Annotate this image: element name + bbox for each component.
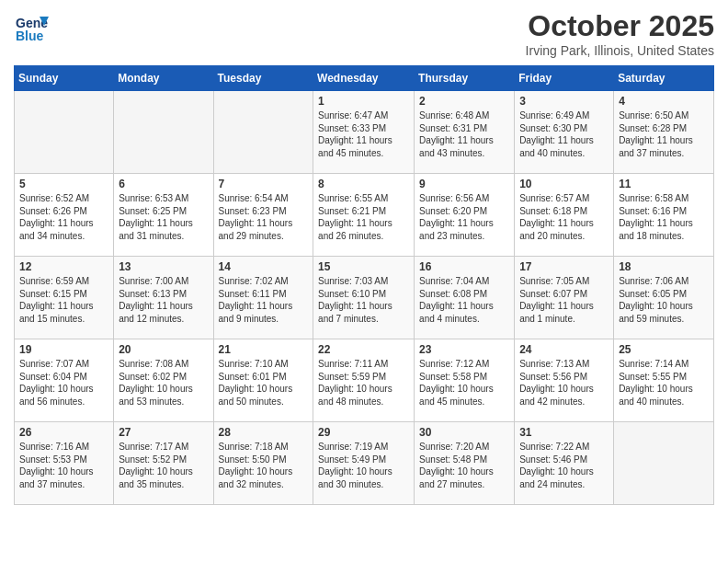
calendar-cell: 30Sunrise: 7:20 AM Sunset: 5:48 PM Dayli…: [415, 422, 515, 505]
day-number: 15: [318, 260, 409, 273]
day-info: Sunrise: 7:03 AM Sunset: 6:10 PM Dayligh…: [318, 275, 409, 325]
weekday-header-row: SundayMondayTuesdayWednesdayThursdayFrid…: [15, 66, 714, 91]
day-info: Sunrise: 7:22 AM Sunset: 5:46 PM Dayligh…: [519, 441, 609, 490]
day-info: Sunrise: 7:20 AM Sunset: 5:48 PM Dayligh…: [419, 441, 509, 490]
calendar-cell: 11Sunrise: 6:58 AM Sunset: 6:16 PM Dayli…: [614, 174, 714, 257]
svg-text:Blue: Blue: [16, 29, 44, 43]
day-number: 11: [619, 178, 709, 190]
day-number: 27: [119, 426, 208, 439]
calendar-cell: 3Sunrise: 6:49 AM Sunset: 6:30 PM Daylig…: [515, 91, 614, 174]
calendar-cell: 12Sunrise: 6:59 AM Sunset: 6:15 PM Dayli…: [15, 257, 114, 339]
calendar-cell: 8Sunrise: 6:55 AM Sunset: 6:21 PM Daylig…: [313, 174, 415, 257]
calendar-table: SundayMondayTuesdayWednesdayThursdayFrid…: [14, 65, 714, 505]
weekday-header-monday: Monday: [114, 66, 213, 91]
calendar-cell: 15Sunrise: 7:03 AM Sunset: 6:10 PM Dayli…: [313, 257, 415, 339]
day-number: 8: [318, 178, 409, 190]
week-row-5: 26Sunrise: 7:16 AM Sunset: 5:53 PM Dayli…: [15, 422, 714, 505]
weekday-header-saturday: Saturday: [614, 66, 714, 91]
day-info: Sunrise: 7:05 AM Sunset: 6:07 PM Dayligh…: [519, 275, 609, 325]
calendar-cell: 2Sunrise: 6:48 AM Sunset: 6:31 PM Daylig…: [415, 91, 515, 174]
day-number: 1: [318, 95, 409, 108]
day-info: Sunrise: 6:58 AM Sunset: 6:16 PM Dayligh…: [619, 192, 709, 242]
calendar-cell: 29Sunrise: 7:19 AM Sunset: 5:49 PM Dayli…: [313, 422, 415, 505]
day-info: Sunrise: 7:07 AM Sunset: 6:04 PM Dayligh…: [19, 358, 108, 408]
day-number: 7: [219, 178, 309, 190]
calendar-cell: 25Sunrise: 7:14 AM Sunset: 5:55 PM Dayli…: [614, 339, 714, 422]
day-number: 9: [419, 178, 509, 190]
week-row-2: 5Sunrise: 6:52 AM Sunset: 6:26 PM Daylig…: [15, 174, 714, 257]
day-info: Sunrise: 7:11 AM Sunset: 5:59 PM Dayligh…: [318, 358, 409, 408]
day-number: 10: [519, 178, 609, 190]
day-info: Sunrise: 6:53 AM Sunset: 6:25 PM Dayligh…: [119, 192, 208, 242]
day-number: 16: [419, 260, 509, 273]
title-area: October 2025 Irving Park, Illinois, Unit…: [526, 9, 714, 58]
page-header: General Blue October 2025 Irving Park, I…: [14, 9, 714, 58]
day-info: Sunrise: 7:10 AM Sunset: 6:01 PM Dayligh…: [219, 358, 309, 408]
day-info: Sunrise: 6:49 AM Sunset: 6:30 PM Dayligh…: [519, 109, 609, 159]
day-info: Sunrise: 6:48 AM Sunset: 6:31 PM Dayligh…: [419, 109, 509, 159]
day-number: 23: [419, 343, 509, 356]
weekday-header-friday: Friday: [515, 66, 614, 91]
day-number: 25: [619, 343, 709, 356]
day-number: 14: [219, 260, 309, 273]
calendar-cell: 27Sunrise: 7:17 AM Sunset: 5:52 PM Dayli…: [114, 422, 213, 505]
location-title: Irving Park, Illinois, United States: [526, 43, 714, 58]
day-number: 5: [19, 178, 108, 190]
month-title: October 2025: [526, 9, 714, 43]
calendar-cell: [114, 91, 213, 174]
day-number: 6: [119, 178, 208, 190]
day-number: 18: [619, 260, 709, 273]
day-info: Sunrise: 6:50 AM Sunset: 6:28 PM Dayligh…: [619, 109, 709, 159]
day-number: 26: [19, 426, 108, 439]
weekday-header-thursday: Thursday: [415, 66, 515, 91]
day-number: 31: [519, 426, 609, 439]
calendar-cell: 28Sunrise: 7:18 AM Sunset: 5:50 PM Dayli…: [213, 422, 313, 505]
day-info: Sunrise: 7:02 AM Sunset: 6:11 PM Dayligh…: [219, 275, 309, 325]
day-number: 3: [519, 95, 609, 108]
calendar-cell: 17Sunrise: 7:05 AM Sunset: 6:07 PM Dayli…: [515, 257, 614, 339]
calendar-cell: 19Sunrise: 7:07 AM Sunset: 6:04 PM Dayli…: [15, 339, 114, 422]
calendar-cell: [213, 91, 313, 174]
logo-icon: General Blue: [14, 9, 49, 44]
day-info: Sunrise: 7:17 AM Sunset: 5:52 PM Dayligh…: [119, 441, 208, 490]
day-number: 28: [219, 426, 309, 439]
day-number: 21: [219, 343, 309, 356]
day-info: Sunrise: 7:13 AM Sunset: 5:56 PM Dayligh…: [519, 358, 609, 408]
day-info: Sunrise: 6:59 AM Sunset: 6:15 PM Dayligh…: [19, 275, 108, 325]
day-info: Sunrise: 6:55 AM Sunset: 6:21 PM Dayligh…: [318, 192, 409, 242]
calendar-cell: 16Sunrise: 7:04 AM Sunset: 6:08 PM Dayli…: [415, 257, 515, 339]
calendar-cell: 14Sunrise: 7:02 AM Sunset: 6:11 PM Dayli…: [213, 257, 313, 339]
day-number: 24: [519, 343, 609, 356]
day-info: Sunrise: 7:14 AM Sunset: 5:55 PM Dayligh…: [619, 358, 709, 408]
calendar-cell: 26Sunrise: 7:16 AM Sunset: 5:53 PM Dayli…: [15, 422, 114, 505]
calendar-cell: 31Sunrise: 7:22 AM Sunset: 5:46 PM Dayli…: [515, 422, 614, 505]
calendar-cell: 4Sunrise: 6:50 AM Sunset: 6:28 PM Daylig…: [614, 91, 714, 174]
day-info: Sunrise: 7:16 AM Sunset: 5:53 PM Dayligh…: [19, 441, 108, 490]
weekday-header-sunday: Sunday: [15, 66, 114, 91]
logo: General Blue: [14, 9, 52, 44]
calendar-cell: [15, 91, 114, 174]
day-info: Sunrise: 7:18 AM Sunset: 5:50 PM Dayligh…: [219, 441, 309, 490]
day-number: 19: [19, 343, 108, 356]
day-number: 17: [519, 260, 609, 273]
week-row-4: 19Sunrise: 7:07 AM Sunset: 6:04 PM Dayli…: [15, 339, 714, 422]
week-row-3: 12Sunrise: 6:59 AM Sunset: 6:15 PM Dayli…: [15, 257, 714, 339]
day-info: Sunrise: 7:08 AM Sunset: 6:02 PM Dayligh…: [119, 358, 208, 408]
day-number: 12: [19, 260, 108, 273]
day-info: Sunrise: 6:56 AM Sunset: 6:20 PM Dayligh…: [419, 192, 509, 242]
day-number: 22: [318, 343, 409, 356]
day-number: 4: [619, 95, 709, 108]
calendar-cell: 9Sunrise: 6:56 AM Sunset: 6:20 PM Daylig…: [415, 174, 515, 257]
calendar-cell: 24Sunrise: 7:13 AM Sunset: 5:56 PM Dayli…: [515, 339, 614, 422]
day-info: Sunrise: 6:52 AM Sunset: 6:26 PM Dayligh…: [19, 192, 108, 242]
day-number: 2: [419, 95, 509, 108]
week-row-1: 1Sunrise: 6:47 AM Sunset: 6:33 PM Daylig…: [15, 91, 714, 174]
calendar-cell: 13Sunrise: 7:00 AM Sunset: 6:13 PM Dayli…: [114, 257, 213, 339]
day-number: 29: [318, 426, 409, 439]
calendar-cell: [614, 422, 714, 505]
calendar-cell: 7Sunrise: 6:54 AM Sunset: 6:23 PM Daylig…: [213, 174, 313, 257]
calendar-cell: 1Sunrise: 6:47 AM Sunset: 6:33 PM Daylig…: [313, 91, 415, 174]
day-info: Sunrise: 7:19 AM Sunset: 5:49 PM Dayligh…: [318, 441, 409, 490]
day-info: Sunrise: 6:47 AM Sunset: 6:33 PM Dayligh…: [318, 109, 409, 159]
day-info: Sunrise: 7:06 AM Sunset: 6:05 PM Dayligh…: [619, 275, 709, 325]
